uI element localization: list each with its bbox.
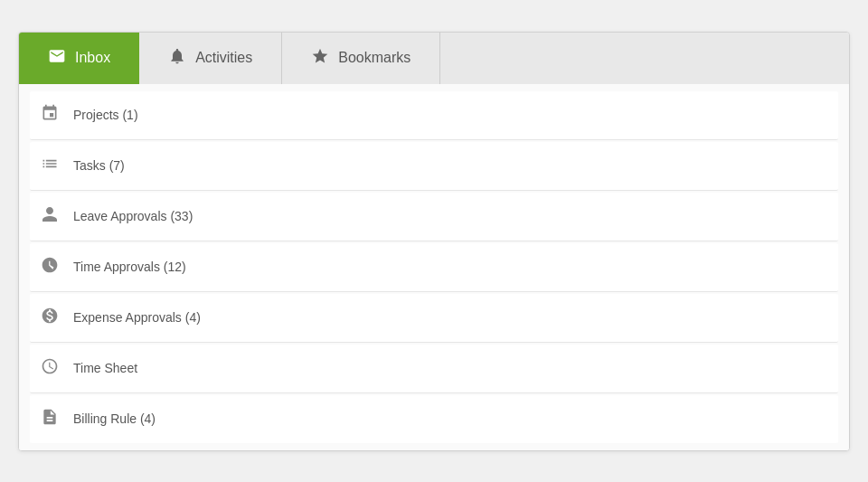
list-item-projects[interactable]: Projects (1) <box>30 91 838 140</box>
clock-check-icon <box>39 256 61 279</box>
tab-activities-label: Activities <box>195 50 252 66</box>
tab-activities[interactable]: Activities <box>139 33 282 84</box>
tasks-label: Tasks (7) <box>73 158 125 173</box>
list-item-tasks[interactable]: Tasks (7) <box>30 142 838 191</box>
billing-icon <box>39 408 61 430</box>
star-icon <box>311 47 329 70</box>
tab-inbox[interactable]: Inbox <box>19 33 139 84</box>
calendar-icon <box>39 104 61 127</box>
list-item-billing-rule[interactable]: Billing Rule (4) <box>30 395 838 443</box>
expense-approvals-label: Expense Approvals (4) <box>73 310 201 325</box>
time-sheet-label: Time Sheet <box>73 361 137 375</box>
time-approvals-label: Time Approvals (12) <box>73 260 186 274</box>
clock-icon <box>39 357 61 380</box>
bell-icon <box>168 47 186 70</box>
person-icon <box>39 205 61 228</box>
list-item-time-sheet[interactable]: Time Sheet <box>30 345 838 393</box>
tasks-icon <box>39 155 61 177</box>
list-item-leave-approvals[interactable]: Leave Approvals (33) <box>30 193 838 241</box>
main-container: Inbox Activities Bookmarks <box>18 32 850 451</box>
list-item-time-approvals[interactable]: Time Approvals (12) <box>30 243 838 292</box>
projects-label: Projects (1) <box>73 108 138 122</box>
leave-approvals-label: Leave Approvals (33) <box>73 209 193 223</box>
list-item-expense-approvals[interactable]: Expense Approvals (4) <box>30 294 838 343</box>
tab-inbox-label: Inbox <box>75 50 110 66</box>
expense-icon <box>39 307 61 329</box>
envelope-icon <box>48 47 66 70</box>
billing-rule-label: Billing Rule (4) <box>73 411 156 426</box>
tab-bookmarks-label: Bookmarks <box>338 50 410 66</box>
tab-bookmarks[interactable]: Bookmarks <box>282 33 440 84</box>
tab-bar: Inbox Activities Bookmarks <box>19 33 849 84</box>
inbox-list: Projects (1) Tasks (7) Leave Approvals (… <box>19 84 849 450</box>
